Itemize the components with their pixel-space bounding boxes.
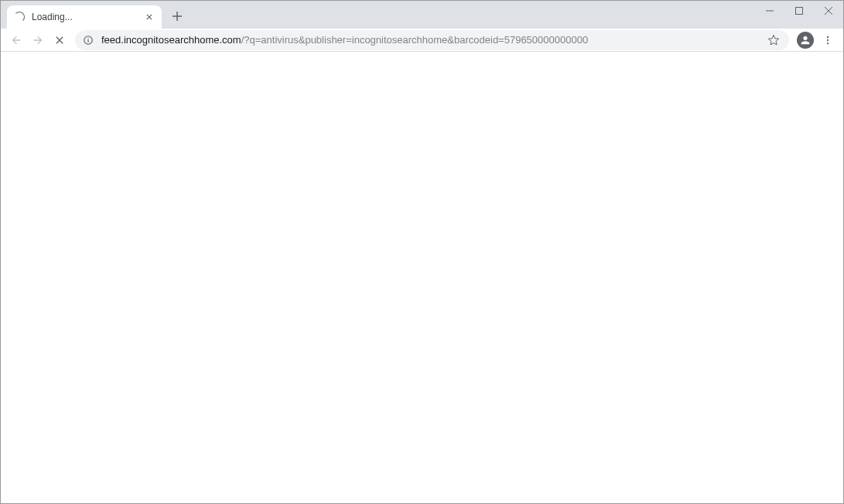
plus-icon [172, 11, 183, 22]
kebab-menu-icon [822, 35, 833, 46]
address-bar[interactable]: feed.incognitosearchhome.com/?q=antiviru… [75, 30, 789, 50]
person-icon [799, 34, 812, 46]
arrow-right-icon [32, 34, 44, 46]
svg-point-5 [827, 39, 829, 40]
arrow-left-icon [10, 34, 22, 46]
url-path: /?q=antivirus&publisher=incognitosearchh… [241, 34, 588, 46]
bookmark-button[interactable] [766, 32, 781, 48]
info-icon [83, 35, 94, 46]
browser-tab[interactable]: Loading... [7, 5, 162, 29]
profile-button[interactable] [797, 32, 814, 49]
stop-button[interactable] [49, 29, 70, 51]
minimize-icon [766, 7, 774, 15]
site-info-button[interactable] [83, 35, 94, 46]
browser-titlebar: Loading... [1, 1, 843, 29]
close-window-button[interactable] [814, 1, 843, 21]
close-icon [53, 34, 66, 46]
menu-button[interactable] [817, 29, 839, 51]
browser-toolbar: feed.incognitosearchhome.com/?q=antiviru… [1, 29, 843, 52]
minimize-button[interactable] [755, 1, 784, 21]
maximize-button[interactable] [784, 1, 814, 21]
forward-button[interactable] [27, 29, 49, 51]
svg-rect-0 [796, 8, 803, 15]
page-content [1, 52, 843, 503]
tab-title: Loading... [32, 12, 143, 22]
back-button[interactable] [5, 29, 27, 51]
close-icon [825, 7, 832, 15]
svg-point-4 [827, 36, 829, 37]
star-icon [767, 34, 780, 46]
new-tab-button[interactable] [166, 5, 188, 27]
svg-rect-3 [87, 37, 88, 38]
close-tab-button[interactable] [143, 11, 155, 23]
url-domain: feed.incognitosearchhome.com [101, 34, 241, 46]
maximize-icon [795, 7, 803, 15]
close-icon [146, 14, 152, 20]
svg-point-6 [827, 42, 829, 43]
loading-spinner-icon [13, 11, 26, 23]
tab-strip: Loading... [1, 5, 755, 29]
url-display: feed.incognitosearchhome.com/?q=antiviru… [101, 34, 766, 46]
svg-rect-2 [87, 39, 88, 42]
window-controls [755, 1, 843, 29]
